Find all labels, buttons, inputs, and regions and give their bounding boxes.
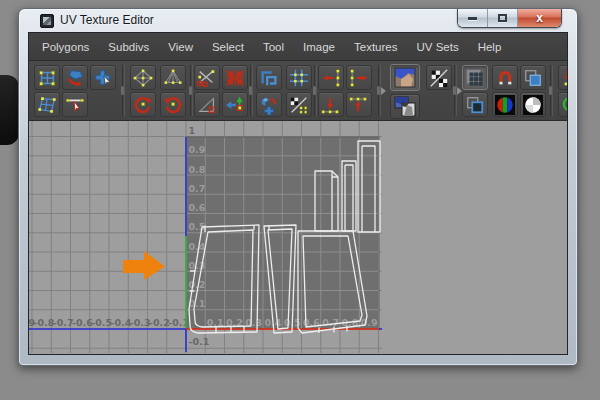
titlebar[interactable]: UV Texture Editor x [19,9,577,32]
menubar: PolygonsSubdivsViewSelectToolImageTextur… [29,33,567,61]
pixel-snap-button[interactable] [462,65,488,90]
menu-item-select[interactable]: Select [212,41,244,53]
display-image-icon [393,67,417,88]
align-uvs-up-button[interactable] [346,92,372,117]
tick-label: -0.3 [130,317,151,328]
tick-label: 0.2 [189,279,206,290]
toolbar-separator [122,65,125,116]
move-uv-shell-button[interactable] [90,65,116,90]
toolbar-separator [550,65,553,116]
window-title: UV Texture Editor [60,13,154,27]
cut-uv-edges-button[interactable] [194,65,220,90]
menu-item-view[interactable]: View [168,41,193,53]
uv-canvas[interactable]: -0.9-0.8-0.7-0.6-0.5-0.4-0.3-0.2-0.10.10… [29,121,567,354]
refresh-image-icon [560,95,568,115]
overlap-outline-button[interactable] [462,92,488,117]
dim-image-button[interactable] [426,65,452,90]
select-shell-border-button[interactable] [160,65,186,90]
window-controls: x [457,9,562,28]
rgb-channels-icon [494,95,516,115]
rotate-uvs-cw-icon [162,95,184,115]
menu-item-tool[interactable]: Tool [263,41,284,53]
uv-lattice-button[interactable] [34,92,60,117]
select-shell-button[interactable] [130,65,156,90]
uv-lattice-icon [36,95,58,115]
menu-item-help[interactable]: Help [478,41,502,53]
flip-uvs-button[interactable] [62,65,88,90]
dual-image-view-icon [393,96,417,117]
rotate-uvs-ccw-button[interactable] [130,92,156,117]
smudge-uv-icon [64,95,86,115]
align-uvs-right-button[interactable] [346,65,372,90]
unitize-uvs-button[interactable] [256,92,282,117]
tick-label: -0.2 [149,317,170,328]
alpha-channel-icon [522,95,544,115]
toolbar-separator [250,65,253,116]
editor-panel: PolygonsSubdivsViewSelectToolImageTextur… [28,32,568,355]
snap-magnet-icon [494,68,516,88]
tick-label: 0.9 [361,317,378,328]
menu-item-subdivs[interactable]: Subdivs [108,41,149,53]
shade-uvs-button[interactable] [520,65,546,90]
tick-label: -0.5 [91,317,112,328]
menu-item-textures[interactable]: Textures [354,41,397,53]
expand-group-icon[interactable] [381,87,386,95]
bake-texture-icon [560,68,568,88]
rotate-uvs-cw-button[interactable] [160,92,186,117]
tick-label: -0.8 [34,317,55,328]
close-button[interactable]: x [518,9,561,27]
overlap-outline-icon [464,95,486,115]
tick-label: 0.4 [189,241,206,252]
tick-label: 1 [380,317,387,328]
alpha-channel-button[interactable] [520,92,546,117]
tick-label: 0.6 [189,202,206,213]
align-uvs-left-button[interactable] [318,65,344,90]
dark-background-object [0,75,19,145]
pixel-snap-icon [464,68,486,88]
menu-item-uv-sets[interactable]: UV Sets [416,41,458,53]
cut-uv-edges-icon [196,68,218,88]
minimize-button[interactable] [458,9,488,27]
maximize-button[interactable] [488,9,518,27]
dual-image-view-button[interactable] [390,94,420,119]
texel-ratio-icon [288,95,310,115]
grid-hash-uvs-button[interactable] [286,65,312,90]
refresh-image-button[interactable] [558,92,568,117]
move-and-sew-button[interactable] [222,92,248,117]
sew-uv-edges-icon [224,68,246,88]
grid-uvs-button[interactable] [34,65,60,90]
align-uvs-down-button[interactable] [318,92,344,117]
flip-selected-uvs-button[interactable] [194,92,220,117]
layout-uvs-button[interactable] [256,65,282,90]
tick-label: 0.7 [322,317,339,328]
toolbar-separator [190,65,193,116]
toolbar-separator [314,65,317,116]
align-uvs-up-icon [348,95,370,115]
tick-label: 0.9 [189,144,206,155]
grid-uvs-icon [36,68,58,88]
dim-image-icon [428,68,450,88]
tick-label: 0.8 [189,164,206,175]
texel-ratio-button[interactable] [286,92,312,117]
bake-texture-button[interactable] [558,65,568,90]
flip-uvs-icon [64,68,86,88]
layout-uvs-icon [258,68,280,88]
tick-label: 1 [189,125,196,136]
unitize-uvs-icon [258,95,280,115]
menu-item-polygons[interactable]: Polygons [42,41,89,53]
smudge-uv-button[interactable] [62,92,88,117]
snap-magnet-button[interactable] [492,65,518,90]
flip-selected-uvs-icon [196,95,218,115]
menu-item-image[interactable]: Image [303,41,335,53]
app-icon [40,14,54,28]
sew-uv-edges-button[interactable] [222,65,248,90]
rotate-uvs-ccw-icon [132,95,154,115]
toolbar [29,61,567,121]
rgb-channels-button[interactable] [492,92,518,117]
maximize-icon [498,14,507,22]
tick-label: -0.7 [53,317,74,328]
display-image-button[interactable] [390,64,420,91]
tick-label: 0.7 [189,183,206,194]
select-shell-icon [132,68,154,88]
move-and-sew-icon [224,95,246,115]
